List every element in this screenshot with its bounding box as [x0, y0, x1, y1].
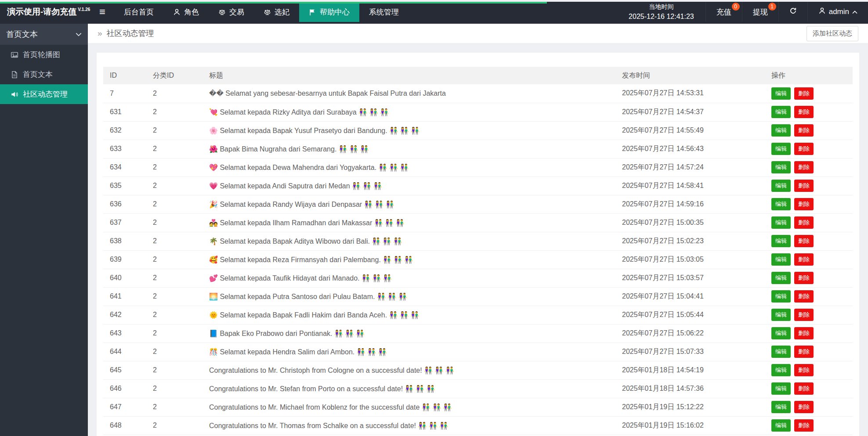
- cell-actions: 编辑删除: [765, 195, 853, 213]
- nav-item-label: 系统管理: [369, 7, 399, 17]
- sidebar-item-label: 首页轮播图: [23, 50, 60, 60]
- delete-button[interactable]: 删除: [794, 198, 814, 210]
- delete-button[interactable]: 删除: [794, 106, 814, 118]
- edit-button[interactable]: 编辑: [771, 235, 791, 247]
- delete-button[interactable]: 删除: [794, 272, 814, 284]
- recharge-badge: 0: [732, 3, 740, 11]
- recharge-button[interactable]: 充值 0: [705, 2, 742, 22]
- cell-category-id: 2: [146, 158, 203, 177]
- cell-actions: 编辑删除: [765, 306, 853, 324]
- delete-button[interactable]: 删除: [794, 180, 814, 192]
- edit-button[interactable]: 编辑: [771, 382, 791, 395]
- cell-id: 636: [103, 195, 146, 213]
- edit-button[interactable]: 编辑: [771, 346, 791, 358]
- edit-button[interactable]: 编辑: [771, 198, 791, 210]
- nav-item-1[interactable]: 后台首页: [114, 2, 163, 22]
- community-posts-table: ID分类ID标题发布时间操作 72�� Selamat yang sebesar…: [103, 67, 853, 435]
- cell-title: 🥰 Selamat kepada Reza Firmansyah dari Pa…: [203, 250, 615, 269]
- nav-item-3[interactable]: 交易: [209, 2, 254, 22]
- edit-button[interactable]: 编辑: [771, 87, 791, 100]
- cell-publish-time: 2025年07月27日 14:54:37: [615, 103, 765, 121]
- edit-button[interactable]: 编辑: [771, 290, 791, 303]
- delete-button[interactable]: 删除: [794, 124, 814, 137]
- nav-item-4[interactable]: 选妃: [254, 2, 299, 22]
- cell-id: 639: [103, 250, 146, 269]
- edit-button[interactable]: 编辑: [771, 106, 791, 118]
- nav-item-5[interactable]: 帮助中心: [299, 2, 359, 22]
- edit-button[interactable]: 编辑: [771, 180, 791, 192]
- sidebar-item-label: 首页文本: [23, 69, 53, 79]
- cell-actions: 编辑删除: [765, 103, 853, 121]
- edit-button[interactable]: 编辑: [771, 216, 791, 229]
- edit-button[interactable]: 编辑: [771, 364, 791, 376]
- cell-category-id: 2: [146, 195, 203, 213]
- delete-button[interactable]: 删除: [794, 346, 814, 358]
- chevron-down-icon: [76, 32, 82, 36]
- edit-button[interactable]: 编辑: [771, 327, 791, 339]
- cell-actions: 编辑删除: [765, 379, 853, 398]
- table-row: 6372💑 Selamat kepada Ilham Ramadhan dari…: [103, 213, 853, 232]
- admin-menu[interactable]: admin: [807, 2, 868, 22]
- cell-title: �� Selamat yang sebesar-besarnya untuk B…: [203, 84, 615, 103]
- cell-actions: 编辑删除: [765, 398, 853, 416]
- topbar: 演示使用-请勿充值V.1.26 ≡ 后台首页角色交易选妃帮助中心系统管理 当地时…: [0, 2, 868, 24]
- edit-button[interactable]: 编辑: [771, 419, 791, 432]
- cell-actions: 编辑删除: [765, 324, 853, 342]
- cell-category-id: 2: [146, 398, 203, 416]
- delete-button[interactable]: 删除: [794, 382, 814, 395]
- column-header-1: ID: [103, 67, 146, 84]
- table-row: 6382🌴 Selamat kepada Bapak Aditya Wibowo…: [103, 232, 853, 250]
- table-row: 6362🎉 Selamat kepada Randy Wijaya dari D…: [103, 195, 853, 213]
- cell-id: 632: [103, 121, 146, 140]
- cell-title: 🎊 Selamat kepada Hendra Salim dari Ambon…: [203, 342, 615, 361]
- table-row: 6312💘 Selamat kepada Rizky Aditya dari S…: [103, 103, 853, 121]
- delete-button[interactable]: 删除: [794, 290, 814, 303]
- delete-button[interactable]: 删除: [794, 309, 814, 321]
- sidebar: 首页文本 首页轮播图首页文本社区动态管理: [0, 24, 88, 436]
- refresh-button[interactable]: [778, 2, 807, 22]
- edit-button[interactable]: 编辑: [771, 161, 791, 173]
- delete-button[interactable]: 删除: [794, 235, 814, 247]
- nav-item-6[interactable]: 系统管理: [359, 2, 409, 22]
- edit-button[interactable]: 编辑: [771, 309, 791, 321]
- cell-title: 💗 Selamat kepada Andi Saputra dari Medan…: [203, 177, 615, 195]
- table-row: 6392🥰 Selamat kepada Reza Firmansyah dar…: [103, 250, 853, 269]
- delete-button[interactable]: 删除: [794, 143, 814, 155]
- delete-button[interactable]: 删除: [794, 364, 814, 376]
- sidebar-section-title: 首页文本: [6, 29, 38, 40]
- cell-category-id: 2: [146, 306, 203, 324]
- delete-button[interactable]: 删除: [794, 161, 814, 173]
- cell-id: 647: [103, 398, 146, 416]
- edit-button[interactable]: 编辑: [771, 124, 791, 137]
- chevron-up-icon: [852, 7, 857, 16]
- menu-toggle-button[interactable]: ≡: [90, 2, 114, 22]
- sidebar-section-header[interactable]: 首页文本: [0, 24, 88, 45]
- cell-publish-time: 2025年07月27日 14:56:43: [615, 140, 765, 158]
- edit-button[interactable]: 编辑: [771, 143, 791, 155]
- table-header-row: ID分类ID标题发布时间操作: [103, 67, 853, 84]
- edit-button[interactable]: 编辑: [771, 401, 791, 413]
- sidebar-item-3[interactable]: 社区动态管理: [0, 84, 88, 104]
- cell-category-id: 2: [146, 140, 203, 158]
- sidebar-item-2[interactable]: 首页文本: [0, 65, 88, 84]
- table-row: 6402💕 Selamat kepada Taufik Hidayat dari…: [103, 269, 853, 287]
- edit-button[interactable]: 编辑: [771, 272, 791, 284]
- cell-id: 642: [103, 306, 146, 324]
- delete-button[interactable]: 删除: [794, 87, 814, 100]
- add-community-post-button[interactable]: 添加社区动态: [807, 26, 858, 41]
- delete-button[interactable]: 删除: [794, 401, 814, 413]
- delete-button[interactable]: 删除: [794, 419, 814, 432]
- table-row: 6352💗 Selamat kepada Andi Saputra dari M…: [103, 177, 853, 195]
- sidebar-item-1[interactable]: 首页轮播图: [0, 45, 88, 65]
- cell-publish-time: 2025年07月27日 15:02:23: [615, 232, 765, 250]
- withdraw-button[interactable]: 提现 1: [742, 2, 778, 22]
- delete-button[interactable]: 删除: [794, 216, 814, 229]
- nav-item-2[interactable]: 角色: [163, 2, 209, 22]
- cell-title: Congratulations to Mr. Thomas from Schal…: [203, 416, 615, 435]
- delete-button[interactable]: 删除: [794, 327, 814, 339]
- table-row: 6332🌺 Bapak Bima Nugraha dari Semarang. …: [103, 140, 853, 158]
- delete-button[interactable]: 删除: [794, 253, 814, 266]
- cell-id: 640: [103, 269, 146, 287]
- nav-item-label: 后台首页: [124, 7, 154, 17]
- edit-button[interactable]: 编辑: [771, 253, 791, 266]
